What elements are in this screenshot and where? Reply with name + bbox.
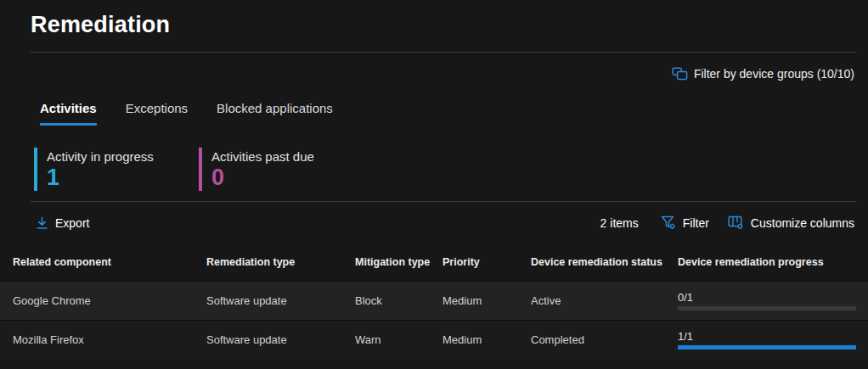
table-header-row: Related component Remediation type Mitig… — [0, 243, 868, 281]
progress-label: 1/1 — [678, 330, 856, 343]
cell-priority: Medium — [442, 294, 531, 307]
cell-device-remediation-progress: 0/1 — [678, 291, 860, 310]
tab-blocked-applications[interactable]: Blocked applications — [217, 101, 333, 126]
stat-label: Activities past due — [211, 149, 326, 164]
cell-mitigation-type: Block — [355, 294, 442, 307]
progress-bar — [678, 345, 856, 349]
download-icon — [36, 216, 48, 230]
cell-remediation-type: Software update — [206, 294, 355, 307]
tab-bar: Activities Exceptions Blocked applicatio… — [40, 101, 868, 126]
cell-remediation-type: Software update — [206, 333, 355, 346]
cell-priority: Medium — [442, 333, 531, 346]
cell-device-remediation-progress: 1/1 — [678, 330, 860, 349]
filter-label: Filter — [683, 216, 709, 230]
tab-exceptions[interactable]: Exceptions — [126, 101, 188, 126]
column-header-remediation-type[interactable]: Remediation type — [206, 256, 355, 268]
device-groups-icon — [672, 67, 688, 81]
cell-related-component: Google Chrome — [13, 294, 206, 307]
progress-bar-fill — [678, 345, 856, 349]
cell-mitigation-type: Warn — [355, 333, 442, 346]
progress-label: 0/1 — [678, 291, 856, 304]
remediation-table: Related component Remediation type Mitig… — [0, 243, 868, 359]
export-button[interactable]: Export — [36, 216, 89, 230]
page-header: Remediation — [0, 0, 868, 38]
cell-device-remediation-status: Completed — [531, 333, 678, 346]
cell-device-remediation-status: Active — [531, 294, 678, 307]
progress-bar — [678, 306, 856, 310]
toolbar-right: 2 items Filter — [600, 215, 854, 230]
stat-value: 0 — [211, 165, 326, 189]
funnel-gear-icon — [661, 215, 676, 230]
filter-by-device-groups-button[interactable]: Filter by device groups (10/10) — [672, 67, 854, 81]
toolbar-left: Export — [36, 216, 89, 230]
tab-activities[interactable]: Activities — [40, 101, 97, 126]
filter-button[interactable]: Filter — [661, 215, 709, 230]
column-header-priority[interactable]: Priority — [442, 256, 531, 268]
remediation-page: Remediation Filter by device groups (10/… — [0, 0, 868, 369]
page-title: Remediation — [31, 12, 837, 38]
column-header-mitigation-type[interactable]: Mitigation type — [355, 256, 442, 268]
stat-activity-in-progress: Activity in progress 1 — [34, 148, 161, 191]
filter-by-device-groups-label: Filter by device groups (10/10) — [694, 67, 854, 81]
table-row[interactable]: Google Chrome Software update Block Medi… — [0, 281, 868, 320]
customize-columns-label: Customize columns — [751, 216, 854, 230]
stat-value: 1 — [47, 165, 161, 189]
customize-columns-button[interactable]: Customize columns — [728, 215, 854, 230]
items-count: 2 items — [600, 216, 639, 230]
table-toolbar: Export 2 items Filter — [0, 202, 868, 243]
export-label: Export — [55, 216, 89, 230]
stat-activities-past-due: Activities past due 0 — [199, 148, 326, 191]
cell-related-component: Mozilla Firefox — [13, 333, 206, 346]
column-header-device-remediation-status[interactable]: Device remediation status — [531, 256, 678, 268]
columns-gear-icon — [728, 215, 744, 230]
device-group-filter-row: Filter by device groups (10/10) — [0, 53, 868, 84]
table-row[interactable]: Mozilla Firefox Software update Warn Med… — [0, 320, 868, 359]
column-header-device-remediation-progress[interactable]: Device remediation progress — [678, 256, 860, 268]
stat-label: Activity in progress — [47, 149, 161, 164]
stat-cards: Activity in progress 1 Activities past d… — [34, 148, 868, 191]
column-header-related-component[interactable]: Related component — [13, 256, 206, 268]
